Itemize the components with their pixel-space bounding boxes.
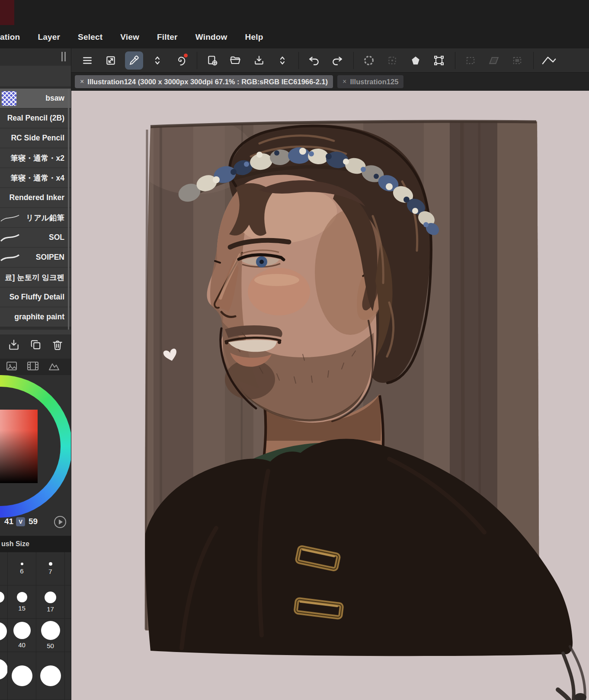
stroke-thumbnail-icon xyxy=(0,212,20,226)
size-cell-40[interactable]: 40 xyxy=(8,619,36,652)
brush-name: リアル鉛筆 xyxy=(26,213,64,223)
size-cell-7[interactable]: 7 xyxy=(36,552,65,585)
brush-item-real-pencil[interactable]: Real Pencil (2B) xyxy=(0,108,71,128)
brush-item-so-fluffy-detail[interactable]: So Fluffy Detail xyxy=(0,287,71,307)
hamburger-menu-icon[interactable] xyxy=(78,51,96,70)
document-tab-illustration125[interactable]: × Illustration125 xyxy=(337,75,403,88)
trash-icon[interactable] xyxy=(51,339,64,353)
spinner-icon[interactable] xyxy=(360,51,378,70)
notification-badge xyxy=(184,54,188,57)
brush-item-graphite-paint[interactable]: graphite paint xyxy=(0,307,71,327)
stroke-thumbnail-icon xyxy=(0,251,20,265)
export-icon[interactable] xyxy=(250,51,268,70)
size-cell-large-b[interactable] xyxy=(36,652,65,700)
selection-faded-icon[interactable] xyxy=(383,51,401,70)
size-cell-edge xyxy=(65,652,71,700)
open-folder-icon[interactable] xyxy=(227,51,245,70)
import-icon[interactable] xyxy=(8,339,20,353)
main-toolbar xyxy=(71,48,589,73)
brush-item-fude-x2[interactable]: 筆寝・通常・x2 xyxy=(0,148,71,168)
panel-drag-handle-icon[interactable] xyxy=(61,52,67,61)
pen-line-icon[interactable] xyxy=(540,51,558,70)
menu-item-view[interactable]: View xyxy=(120,32,139,42)
brush-name: SOIPEN xyxy=(36,253,64,262)
file-chevrons-icon[interactable] xyxy=(273,51,291,70)
mountain-panel-icon[interactable] xyxy=(48,361,60,372)
new-canvas-icon[interactable] xyxy=(203,51,221,70)
brush-item-bsaw[interactable]: bsaw xyxy=(0,89,71,108)
brush-item-nuntokki-ink-pen[interactable]: 료] 눈토끼 잉크펜 xyxy=(0,267,71,287)
tab-close-icon[interactable]: × xyxy=(80,78,84,85)
eraser-icon[interactable] xyxy=(407,51,425,70)
fill-rect-icon[interactable] xyxy=(508,51,526,70)
marquee-dashed-icon[interactable] xyxy=(461,51,480,70)
stroke-thumbnail-icon xyxy=(0,232,20,245)
brush-item-soipen[interactable]: SOIPEN xyxy=(0,248,71,267)
size-cell-15[interactable]: 15 xyxy=(8,585,36,619)
menu-item-help[interactable]: Help xyxy=(245,32,263,42)
size-cell-6[interactable]: 6 xyxy=(8,552,36,585)
brush-item-rendered-inker[interactable]: Rendered Inker xyxy=(0,188,71,208)
size-cell-edge xyxy=(65,552,71,585)
color-value-b: 59 xyxy=(29,517,38,526)
subtool-spiral-icon[interactable] xyxy=(172,51,190,70)
size-cell-cut[interactable] xyxy=(0,652,8,700)
fit-screen-icon[interactable] xyxy=(102,51,120,70)
undo-icon[interactable] xyxy=(305,51,323,70)
menu-item-window[interactable]: Window xyxy=(195,32,227,42)
canvas-viewport[interactable] xyxy=(71,91,589,700)
brush-list-scrollbar[interactable] xyxy=(68,89,69,330)
play-circle-icon[interactable] xyxy=(54,516,66,528)
toolbar-divider xyxy=(455,52,455,69)
color-picker-panel xyxy=(0,375,71,536)
size-cell-large-a[interactable] xyxy=(8,652,36,700)
left-panel: bsaw Real Pencil (2B) RC Side Pencil 筆寝・… xyxy=(0,48,71,700)
shear-icon[interactable] xyxy=(485,51,503,70)
brush-action-row xyxy=(0,335,71,356)
menu-bar: ation Layer Select View Filter Window He… xyxy=(0,0,589,48)
transform-icon[interactable] xyxy=(430,51,448,70)
clip-studio-paint-window: ation Layer Select View Filter Window He… xyxy=(0,0,589,700)
tool-chevrons-icon[interactable] xyxy=(148,51,166,70)
film-panel-icon[interactable] xyxy=(27,361,39,372)
size-cell-17[interactable]: 17 xyxy=(36,585,65,619)
brush-name: bsaw xyxy=(45,94,64,103)
color-values-row: 41 V 59 xyxy=(0,514,71,531)
toolbar-divider xyxy=(298,52,299,69)
tab-close-icon[interactable]: × xyxy=(343,78,346,85)
color-value-a: 41 xyxy=(4,517,13,526)
document-tab-illustration124[interactable]: × Illustration124 (3000 x 3000px 300dpi … xyxy=(75,75,333,88)
saturation-value-square[interactable] xyxy=(0,410,38,483)
brush-name: Real Pencil (2B) xyxy=(7,114,64,123)
image-panel-icon[interactable] xyxy=(6,361,17,372)
brush-size-header: ush Size xyxy=(0,536,71,552)
brush-item-fude-x4[interactable]: 筆寝・通常・x4 xyxy=(0,168,71,188)
menu-item-filter[interactable]: Filter xyxy=(157,32,178,42)
size-cell-50[interactable]: 50 xyxy=(36,619,65,652)
toolbar-divider xyxy=(197,52,197,69)
size-cell-cut[interactable] xyxy=(0,619,8,652)
duplicate-icon[interactable] xyxy=(30,339,42,353)
brush-item-real-enpitsu[interactable]: リアル鉛筆 xyxy=(0,208,71,228)
brush-item-rc-side-pencil[interactable]: RC Side Pencil xyxy=(0,128,71,148)
redo-icon[interactable] xyxy=(328,51,346,70)
brush-list-partial-row xyxy=(0,330,71,334)
menu-items: ation Layer Select View Filter Window He… xyxy=(0,26,263,48)
eyedropper-icon[interactable] xyxy=(125,51,143,70)
brush-list: bsaw Real Pencil (2B) RC Side Pencil 筆寝・… xyxy=(0,89,71,327)
brush-name: SOL xyxy=(49,233,64,242)
brush-item-sol[interactable]: SOL xyxy=(0,228,71,248)
menu-item-animation[interactable]: ation xyxy=(0,32,20,42)
menu-item-layer[interactable]: Layer xyxy=(38,32,60,42)
size-cell-cut[interactable] xyxy=(0,552,8,585)
brush-size-grid: 6 7 15 17 40 50 xyxy=(0,552,71,700)
brush-name: graphite paint xyxy=(14,312,64,321)
value-toggle[interactable]: V xyxy=(16,517,25,526)
toolbar-divider xyxy=(353,52,354,69)
tab-label: Illustration124 (3000 x 3000px 300dpi 67… xyxy=(87,78,328,86)
size-cell-cut[interactable] xyxy=(0,585,8,619)
menu-item-select[interactable]: Select xyxy=(78,32,102,42)
tab-label: Illustration125 xyxy=(350,78,398,86)
portrait-artwork[interactable] xyxy=(71,91,589,700)
size-cell-edge xyxy=(65,585,71,619)
